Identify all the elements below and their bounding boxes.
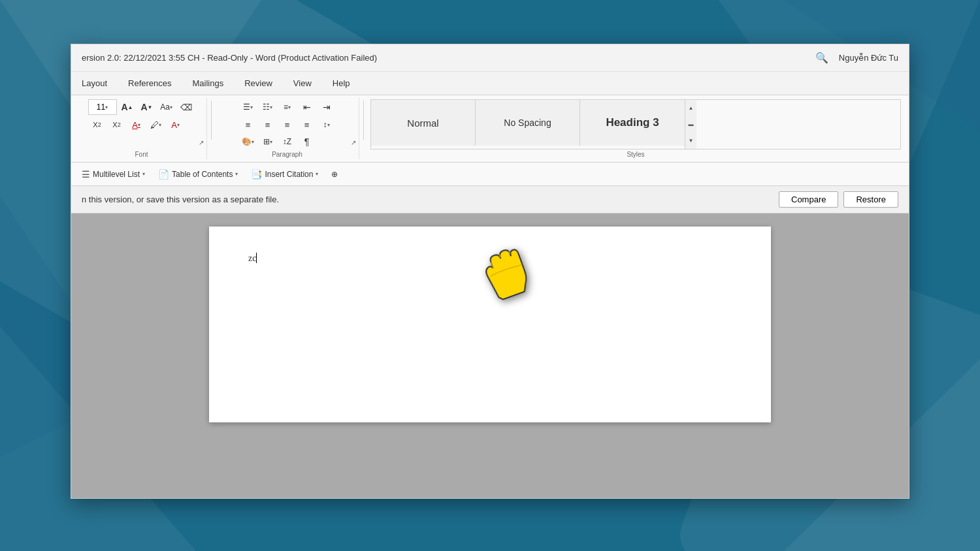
font-size-dropdown-arrow[interactable]: ▾ — [105, 104, 108, 110]
ribbon-toolbar: 11 ▾ A▲ A▼ Aa ▾ ⌫ X2 X2 A ▾ 🖊 ▾ A — [71, 95, 909, 163]
superscript-btn[interactable]: X2 — [108, 117, 126, 133]
paragraph-group: ☰▾ ☷▾ ≡▾ ⇤ ⇥ ≡ ≡ ≡ ≡ ↕ ▾ 🎨▾ ⊞▾ — [216, 98, 359, 159]
font-color-btn[interactable]: A ▾ — [127, 117, 146, 133]
pilcrow-btn[interactable]: ¶ — [298, 134, 316, 150]
sort-btn[interactable]: ↕Z — [278, 134, 297, 150]
sep1 — [211, 101, 212, 140]
numbering-btn[interactable]: ☷▾ — [259, 99, 277, 115]
change-case-btn[interactable]: Aa ▾ — [157, 99, 176, 115]
version-bar-text: n this version, or save this version as … — [82, 195, 774, 204]
align-right-btn[interactable]: ≡ — [278, 117, 297, 133]
font-color-btn2[interactable]: A ▾ — [167, 117, 185, 133]
insert-citation-btn[interactable]: 📑 Insert Citation ▾ — [246, 167, 323, 181]
insert-citation-icon: 📑 — [251, 169, 262, 180]
multilevel-list-icon: ☰ — [82, 169, 90, 180]
style-normal[interactable]: Normal — [371, 100, 476, 146]
styles-content: Normal No Spacing Heading 3 ▲ ▬ ▼ — [370, 99, 901, 150]
font-size-input[interactable]: 11 ▾ — [88, 99, 117, 115]
tab-view[interactable]: View — [283, 72, 322, 95]
document-area: zc — [71, 213, 909, 498]
styles-group: Normal No Spacing Heading 3 ▲ ▬ ▼ Styles — [368, 98, 904, 159]
paragraph-expand-icon[interactable]: ↗ — [351, 139, 356, 146]
highlight-color-btn[interactable]: 🖊 ▾ — [147, 117, 165, 133]
restore-btn[interactable]: Restore — [843, 191, 898, 208]
multilevel-list-btn[interactable]: ☰ Multilevel List ▾ — [76, 167, 150, 181]
borders-btn[interactable]: ⊞▾ — [259, 134, 277, 150]
styles-scroll-line-btn[interactable]: ▬ — [685, 116, 696, 133]
paragraph-group-label: Paragraph — [272, 150, 302, 158]
para-row1: ☰▾ ☷▾ ≡▾ ⇤ ⇥ — [239, 99, 336, 115]
font-group: 11 ▾ A▲ A▼ Aa ▾ ⌫ X2 X2 A ▾ 🖊 ▾ A — [76, 98, 207, 159]
table-of-contents-btn[interactable]: 📄 Table of Contents ▾ — [153, 167, 243, 181]
decrease-indent-btn[interactable]: ⇤ — [298, 99, 316, 115]
align-left-btn[interactable]: ≡ — [239, 117, 257, 133]
ribbon-tabs: Layout References Mailings Review View H… — [71, 72, 909, 95]
tab-help[interactable]: Help — [322, 72, 361, 95]
align-row: ≡ ≡ ≡ ≡ ↕ ▾ — [239, 117, 336, 133]
version-bar: n this version, or save this version as … — [71, 186, 909, 213]
more-btn[interactable]: ⊕ — [326, 168, 343, 181]
styles-group-label: Styles — [370, 151, 901, 158]
font-controls-row2: X2 X2 A ▾ 🖊 ▾ A ▾ — [88, 117, 185, 133]
sub-sup-row: X2 X2 — [88, 117, 126, 133]
styles-scroll-down-btn[interactable]: ▼ — [685, 133, 696, 149]
more-icon: ⊕ — [331, 170, 338, 179]
table-of-contents-icon: 📄 — [158, 169, 169, 180]
word-window: ersion 2.0: 22/12/2021 3:55 CH - Read-On… — [71, 44, 909, 499]
citation-dropdown-arrow: ▾ — [316, 171, 318, 177]
references-toolbar: ☰ Multilevel List ▾ 📄 Table of Contents … — [71, 163, 909, 186]
style-no-spacing[interactable]: No Spacing — [476, 100, 580, 146]
align-center-btn[interactable]: ≡ — [259, 117, 277, 133]
shading-btn[interactable]: 🎨▾ — [239, 134, 257, 150]
tab-references[interactable]: References — [118, 72, 182, 95]
compare-btn[interactable]: Compare — [779, 191, 838, 208]
clear-format-btn[interactable]: ⌫ — [177, 99, 195, 115]
style-heading3[interactable]: Heading 3 — [580, 100, 685, 146]
tab-review[interactable]: Review — [234, 72, 283, 95]
line-spacing-btn[interactable]: ↕ ▾ — [318, 117, 336, 133]
search-icon[interactable]: 🔍 — [813, 49, 831, 67]
font-grow-btn[interactable]: A▲ — [118, 99, 137, 115]
shade-row: 🎨▾ ⊞▾ ↕Z ¶ — [239, 134, 316, 150]
tab-layout[interactable]: Layout — [71, 72, 118, 95]
case-dropdown-arrow: ▾ — [170, 104, 172, 110]
font-expand-icon[interactable]: ↗ — [199, 139, 204, 146]
multilevel-btn[interactable]: ≡▾ — [278, 99, 297, 115]
multilevel-list-dropdown-arrow: ▾ — [142, 171, 145, 177]
sep2 — [363, 101, 364, 140]
tab-mailings[interactable]: Mailings — [182, 72, 235, 95]
font-group-label: Font — [135, 150, 148, 158]
increase-indent-btn[interactable]: ⇥ — [318, 99, 336, 115]
title-bar-text: ersion 2.0: 22/12/2021 3:55 CH - Read-On… — [82, 53, 813, 63]
styles-scroll-up-btn[interactable]: ▲ — [685, 100, 696, 116]
toc-dropdown-arrow: ▾ — [235, 171, 238, 177]
justify-btn[interactable]: ≡ — [298, 117, 316, 133]
title-bar-user: Nguyễn Đức Tu — [839, 53, 898, 63]
text-cursor — [256, 253, 257, 263]
font-controls-row1: 11 ▾ A▲ A▼ Aa ▾ ⌫ — [88, 99, 195, 115]
title-bar: ersion 2.0: 22/12/2021 3:55 CH - Read-On… — [71, 44, 909, 72]
styles-scrollbar: ▲ ▬ ▼ — [685, 100, 696, 149]
font-shrink-btn[interactable]: A▼ — [138, 99, 156, 115]
subscript-btn[interactable]: X2 — [88, 117, 106, 133]
bullets-btn[interactable]: ☰▾ — [239, 99, 257, 115]
